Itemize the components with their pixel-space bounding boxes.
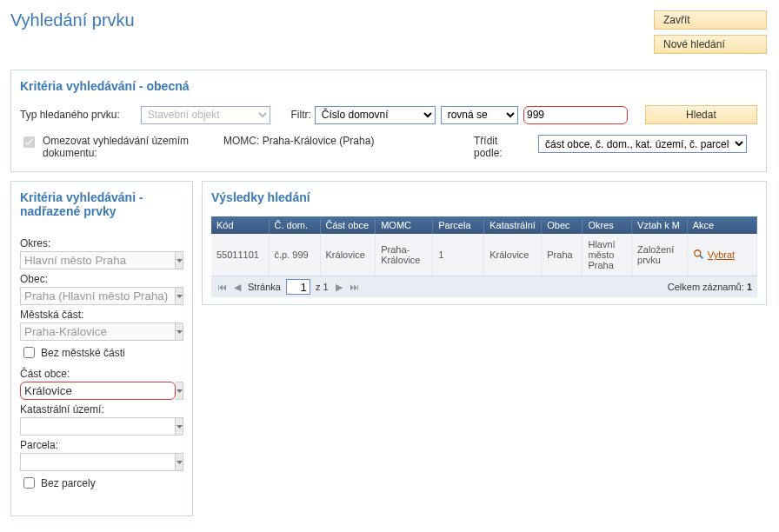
cell-okres: Hlavní město Praha (583, 234, 632, 276)
sort-label: Třídit podle: (474, 135, 526, 159)
cast-label: Část obce: (20, 368, 183, 380)
first-page-icon[interactable]: ⏮ (216, 281, 227, 293)
bez-mc-label: Bez městské části (41, 347, 125, 359)
col-kod[interactable]: Kód (211, 216, 269, 234)
prev-page-icon[interactable]: ◀ (232, 281, 243, 293)
col-okres[interactable]: Okres (583, 216, 632, 234)
page-title: Vyhledání prvku (10, 10, 135, 30)
select-icon (693, 249, 705, 261)
last-page-icon[interactable]: ⏭ (350, 281, 360, 293)
page-input[interactable] (286, 279, 310, 295)
filter-label: Filtr: (290, 109, 310, 121)
col-obec[interactable]: Obec (542, 216, 583, 234)
obec-dropdown-icon[interactable] (176, 287, 183, 305)
cell-kod: 55011101 (211, 234, 269, 276)
momc-label: MOMC: Praha-Královice (Praha) (223, 135, 380, 147)
okres-label: Okres: (20, 237, 183, 249)
page-label: Stránka (248, 282, 281, 292)
new-search-button[interactable]: Nové hledání (654, 35, 767, 54)
bez-parcely-checkbox[interactable] (23, 477, 35, 489)
parcela-label: Parcela: (20, 439, 183, 451)
ku-label: Katastrální území: (20, 403, 183, 416)
cell-momc: Praha-Královice (376, 234, 433, 276)
obec-label: Obec: (20, 273, 183, 285)
pager: ⏮ ◀ Stránka z 1 ▶ ⏭ Celkem záznamů: 1 (211, 276, 757, 297)
cell-ku: Královice (484, 234, 542, 276)
bez-parcely-label: Bez parcely (41, 477, 96, 489)
results-table: Kód Č. dom. Část obce MOMC Parcela Katas… (211, 216, 757, 276)
criteria-general-title: Kritéria vyhledávání - obecná (20, 79, 757, 93)
parcela-input[interactable] (20, 453, 176, 471)
col-cdom[interactable]: Č. dom. (269, 216, 320, 234)
parcela-dropdown-icon[interactable] (176, 453, 183, 471)
criteria-parent-panel: Kritéria vyhledáváni - nadřazené prvky O… (10, 181, 193, 516)
search-button[interactable]: Hledat (645, 105, 757, 124)
cell-parcela: 1 (433, 234, 484, 276)
sort-select[interactable]: část obce, č. dom., kat. území, č. parce… (538, 135, 747, 153)
bez-mc-checkbox[interactable] (23, 347, 35, 358)
okres-input (20, 251, 176, 269)
results-title: Výsledky hledání (211, 190, 757, 204)
close-button[interactable]: Zavřít (654, 10, 767, 30)
okres-dropdown-icon[interactable] (176, 251, 183, 269)
cast-input[interactable] (20, 382, 176, 400)
page-of: z 1 (316, 282, 329, 292)
mc-label: Městská část: (20, 309, 183, 321)
filter-value-input[interactable] (523, 106, 628, 124)
ku-input[interactable] (20, 417, 176, 436)
col-cast[interactable]: Část obce (320, 216, 376, 234)
mc-dropdown-icon[interactable] (176, 323, 183, 341)
col-vztah[interactable]: Vztah k M (632, 216, 688, 234)
restrict-checkbox (23, 136, 35, 148)
ku-dropdown-icon[interactable] (176, 417, 183, 436)
criteria-general-panel: Kritéria vyhledávání - obecná Typ hledan… (10, 70, 767, 172)
total-count: 1 (747, 282, 752, 292)
cell-akce: Vybrat (687, 234, 756, 276)
next-page-icon[interactable]: ▶ (334, 281, 344, 293)
results-panel: Výsledky hledání Kód Č. dom. Část obce M… (202, 181, 767, 305)
mc-input (20, 323, 176, 341)
cell-vztah: Založení prvku (632, 234, 688, 276)
filter-op-select[interactable]: rovná se (441, 106, 518, 124)
total-label: Celkem záznamů: (668, 282, 744, 292)
svg-line-1 (700, 256, 703, 259)
cell-cast: Královice (320, 234, 376, 276)
col-parcela[interactable]: Parcela (433, 216, 484, 234)
table-row: 55011101 č.p. 999 Královice Praha-Králov… (211, 234, 757, 276)
type-label: Typ hledaného prvku: (20, 109, 141, 121)
col-akce: Akce (687, 216, 756, 234)
cell-obec: Praha (542, 234, 583, 276)
col-momc[interactable]: MOMC (376, 216, 433, 234)
filter-field-select[interactable]: Číslo domovní (315, 106, 436, 124)
select-link[interactable]: Vybrat (708, 249, 735, 260)
type-select: Stavební objekt (141, 106, 270, 124)
svg-point-0 (694, 250, 700, 256)
criteria-parent-title: Kritéria vyhledáváni - nadřazené prvky (20, 190, 183, 218)
col-ku[interactable]: Katastrální (484, 216, 542, 234)
restrict-label: Omezovat vyhledávání územím dokumentu: (43, 135, 211, 159)
obec-input (20, 287, 176, 305)
cell-cdom: č.p. 999 (269, 234, 320, 276)
cast-dropdown-icon[interactable] (176, 382, 183, 400)
